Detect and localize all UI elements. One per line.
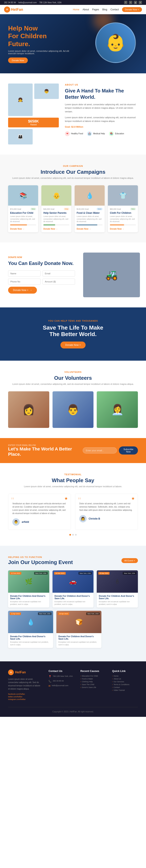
events-grid-row1: 🌿 22 Feb 2023 New York, USA Donate For C…: [8, 570, 138, 608]
subscribe-button[interactable]: Subscribe Now: [119, 446, 138, 455]
x-icon[interactable]: x: [139, 1, 142, 4]
campaigns-desc: Lorem ipsum dolor sit amet, consectetur …: [8, 177, 138, 179]
quick-item-3[interactable]: Our Services: [112, 681, 138, 683]
donate-image: 🚜: [83, 253, 140, 297]
cause-item-4: Save The Child: [80, 683, 106, 686]
events-section: HELPING US TO FUNCTION Join Our Upcoming…: [0, 546, 146, 661]
quick-item-2[interactable]: About Us: [112, 678, 138, 680]
event-emoji-5: 🍞: [75, 619, 83, 626]
donate-email-input[interactable]: [43, 271, 75, 277]
footer: H HelFan Lorem ipsum dolor sit amet, con…: [0, 661, 146, 717]
event-desc-5: Excepteur sint occaecat cupidatat non pr…: [59, 641, 99, 646]
event-location-4: New York, USA: [38, 612, 51, 615]
volunteer-image-2: 👨: [52, 391, 94, 428]
quick-item-5[interactable]: Contact: [112, 686, 138, 688]
donate-submit-button[interactable]: Donate Now + →: [8, 287, 37, 293]
quick-item-4[interactable]: Terms & Conditions: [112, 683, 138, 686]
event-date-1: 22 Feb 2023: [10, 572, 21, 575]
volunteers-heading: Our Volunteers: [8, 375, 138, 381]
raised-badge: $658K Raised: [8, 118, 59, 127]
campaign-stats-3: $130,000 Goal Save: [77, 208, 103, 210]
donate-heading: You Can Easily Donate Now.: [8, 260, 75, 267]
campaign-title-2: Help Senior Parents: [43, 212, 69, 214]
event-body-5: Donate For Children And Donor's Save Lif…: [57, 633, 101, 648]
nav-contact[interactable]: Contact: [111, 8, 119, 11]
campaign-donate-link-2[interactable]: Donate Now →: [43, 228, 58, 230]
event-location-5: New York, USA: [86, 612, 100, 615]
donate-name-input[interactable]: [8, 271, 41, 277]
campaign-badge-4: New: [130, 208, 136, 210]
hero-donate-button[interactable]: Donate Now: [8, 58, 28, 63]
campaign-stats-2: $46,000 Goal Help: [43, 208, 69, 210]
cause-item-2: Food & Water: [80, 678, 106, 680]
dot-2[interactable]: [72, 534, 74, 535]
progress-bar-1: [10, 224, 36, 225]
star-icon-2: ★: [131, 496, 135, 501]
donate-phone-input[interactable]: [8, 279, 41, 285]
footer-link-facebook[interactable]: facebook.com/helfan: [8, 693, 42, 695]
donate-amount-input[interactable]: [43, 279, 75, 285]
campaign-card-4: 👕 $80,000 Goal New Cloth For Children Lo…: [108, 185, 138, 232]
goal-text: Goal: $2.8 Million: [65, 126, 138, 128]
quote-icon-2: ": [78, 496, 81, 505]
facebook-icon[interactable]: f: [124, 1, 127, 4]
progress-fill-3: [77, 224, 97, 225]
save-donate-button[interactable]: Donate Now +: [61, 342, 85, 348]
events-heading: Join Our Upcoming Event: [8, 559, 73, 565]
medical-label: Medical Help: [93, 132, 105, 135]
footer-contact-heading: Contact Us: [48, 670, 74, 673]
footer-link-twitter[interactable]: twitter.com/helfan: [8, 696, 42, 698]
all-events-button[interactable]: All Event +: [121, 558, 138, 563]
twitter-icon[interactable]: t: [129, 1, 132, 4]
save-section: YOU CAN HELP TENS AND THOUSANDS Save The…: [0, 307, 146, 361]
raised-amount: $658K: [10, 119, 57, 124]
event-card-5: 🍞 20 Apr 2023 New York, USA Donate For C…: [57, 611, 101, 648]
logo[interactable]: H HelFan: [4, 6, 23, 12]
volunteer-card-3: 👩‍💼: [97, 391, 138, 428]
author-name-2: Christie B: [88, 517, 100, 520]
campaign-title-1: Education For Child: [10, 212, 36, 214]
volunteers-desc: Lorem ipsum dolor sit amet, consectetur …: [8, 383, 138, 385]
about-heading: Give A Hand To Make The Better World.: [65, 88, 138, 100]
dot-3[interactable]: [75, 534, 77, 535]
campaign-donate-link-4[interactable]: Donate Now →: [110, 228, 124, 230]
footer-link-instagram[interactable]: instagram.com/helfan: [8, 698, 42, 701]
testimonials-tag: TESTIMONIAL: [8, 473, 138, 476]
medical-icon: 🏥: [87, 131, 92, 136]
volunteer-card-2: 👨: [52, 391, 94, 428]
cta-left: ENTER YOUR EMAIL BELOW Let's Make The Wo…: [8, 444, 83, 457]
event-location-1: New York, USA: [34, 572, 48, 575]
cta-email-input[interactable]: [83, 447, 117, 454]
feature-medical: 🏥 Medical Help: [87, 131, 105, 136]
nav-about[interactable]: About: [82, 8, 89, 11]
events-header: HELPING US TO FUNCTION Join Our Upcoming…: [8, 556, 138, 565]
nav-blog[interactable]: Blog: [102, 8, 107, 11]
campaign-card-1: 📚 $74,000 Goal New Education For Child L…: [8, 185, 38, 232]
footer-phone-item: 📞 282-34-85-94: [48, 680, 74, 683]
nav-pages[interactable]: Pages: [92, 8, 99, 11]
event-image-1: 🌿 22 Feb 2023 New York, USA: [8, 570, 49, 593]
campaign-donate-link-3[interactable]: Donate Now →: [77, 228, 91, 230]
footer-logo-text: HelFan: [15, 671, 26, 674]
hero-image-area: [89, 18, 140, 67]
phone-number: 282 34 85 94: [4, 1, 16, 4]
star-icon-1: ★: [64, 496, 68, 501]
about-content: ABOUT US Give A Hand To Make The Better …: [65, 84, 138, 136]
event-card-1: 🌿 22 Feb 2023 New York, USA Donate For C…: [8, 570, 49, 608]
event-title-3: Donate For Children And Donor's Save Lif…: [99, 595, 136, 599]
google-icon[interactable]: g: [134, 1, 137, 4]
navbar-donate-button[interactable]: Donate Now +: [122, 7, 142, 12]
testimonial-card-2: " ★ Dolor sit amet, consectetur adipisci…: [75, 494, 138, 530]
campaign-donate-link-1[interactable]: Donate Now →: [10, 228, 25, 230]
social-links: f t g x: [124, 1, 142, 4]
quick-item-6[interactable]: Video Tutorial: [112, 689, 138, 691]
nav-home[interactable]: Home: [73, 8, 79, 11]
event-emoji-2: 🚗: [69, 578, 77, 585]
footer-email-item: ✉ hello@yourmail.com: [48, 684, 74, 687]
quick-item-1[interactable]: Home: [112, 675, 138, 677]
campaigns-grid: 📚 $74,000 Goal New Education For Child L…: [8, 185, 138, 232]
testimonials-desc: Lorem ipsum dolor sit amet, consectetur …: [8, 485, 138, 488]
campaign-stats-4: $80,000 Goal New: [110, 208, 136, 210]
dot-1[interactable]: [69, 534, 71, 535]
event-image-4: 💧 12 Apr 2023 New York, USA: [8, 611, 53, 633]
